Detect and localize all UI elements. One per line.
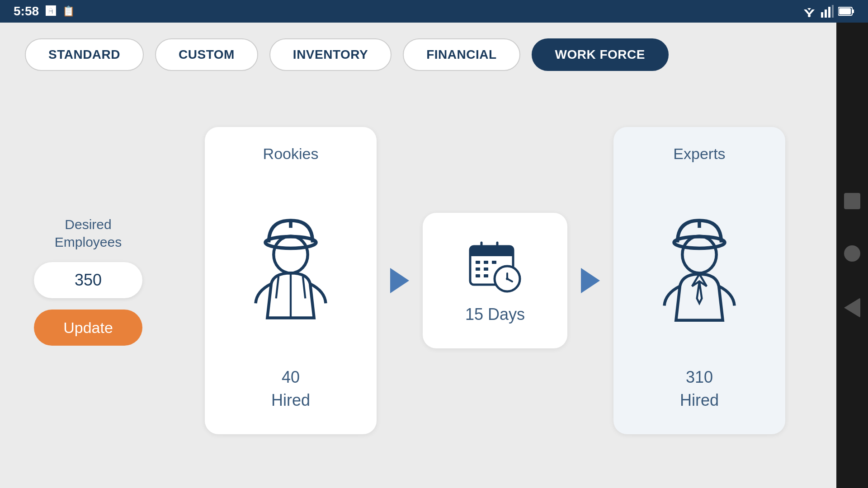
time-display: 5:58 — [14, 4, 39, 19]
left-panel: Desired Employees 350 Update — [25, 216, 151, 346]
rookies-count: 40 — [282, 368, 300, 386]
signal-icon — [821, 5, 834, 18]
svg-point-3 — [808, 14, 811, 17]
battery-icon — [838, 6, 854, 16]
experts-stats: 310 Hired — [680, 366, 719, 412]
rookies-card: Rookies — [205, 127, 377, 434]
arrow-to-experts — [581, 268, 600, 293]
rookies-hired-label: Hired — [271, 391, 310, 409]
svg-rect-5 — [825, 9, 827, 18]
svg-point-30 — [674, 237, 725, 249]
svg-point-29 — [506, 277, 509, 280]
calendar-clock-icon — [466, 237, 524, 296]
expert-worker-icon — [650, 201, 749, 328]
android-square-btn[interactable] — [844, 193, 860, 209]
experts-count: 310 — [686, 368, 713, 386]
svg-rect-16 — [470, 251, 513, 256]
main-row: Desired Employees 350 Update Rookies — [25, 91, 811, 470]
svg-rect-20 — [484, 261, 488, 264]
experts-hired-label: Hired — [680, 391, 719, 409]
svg-rect-23 — [484, 267, 488, 271]
tab-workforce[interactable]: WORK FORCE — [532, 38, 669, 71]
android-home-btn[interactable] — [844, 245, 860, 262]
days-card: 15 Days — [423, 213, 567, 348]
tab-financial[interactable]: FINANCIAL — [403, 38, 520, 71]
rookies-stats: 40 Hired — [271, 366, 310, 412]
svg-rect-4 — [821, 12, 823, 18]
content-area: STANDARD CUSTOM INVENTORY FINANCIAL WORK… — [0, 23, 836, 488]
svg-point-11 — [265, 237, 316, 249]
desired-employees-label: Desired Employees — [55, 216, 122, 251]
wifi-icon — [802, 5, 816, 18]
svg-rect-19 — [476, 261, 480, 264]
svg-rect-9 — [852, 9, 854, 13]
tab-standard[interactable]: STANDARD — [25, 38, 144, 71]
keyboard-icon: 🅰 — [46, 5, 56, 17]
svg-rect-21 — [492, 261, 496, 264]
tab-inventory[interactable]: INVENTORY — [269, 38, 392, 71]
arrow-to-days — [390, 268, 409, 293]
experts-card: Experts — [613, 127, 785, 434]
tab-bar: STANDARD CUSTOM INVENTORY FINANCIAL WORK… — [25, 38, 811, 71]
main-layout: STANDARD CUSTOM INVENTORY FINANCIAL WORK… — [0, 23, 868, 488]
svg-rect-22 — [476, 267, 480, 271]
clipboard-icon: 📋 — [62, 5, 75, 17]
svg-rect-25 — [484, 274, 488, 277]
employee-count-input[interactable]: 350 — [34, 262, 142, 298]
cards-area: Rookies — [179, 127, 811, 434]
svg-rect-10 — [839, 8, 851, 14]
experts-title: Experts — [673, 145, 725, 163]
tab-custom[interactable]: CUSTOM — [155, 38, 258, 71]
svg-point-32 — [682, 236, 716, 273]
svg-rect-6 — [828, 7, 830, 18]
employee-count-value: 350 — [75, 271, 102, 290]
rookie-worker-icon — [241, 201, 340, 328]
status-bar: 5:58 🅰 📋 — [0, 0, 868, 23]
svg-rect-24 — [476, 274, 480, 277]
rookies-title: Rookies — [263, 145, 319, 163]
android-back-btn[interactable] — [844, 298, 860, 318]
svg-rect-7 — [832, 5, 834, 18]
android-nav-sidebar — [836, 23, 868, 488]
days-label: 15 Days — [465, 305, 525, 324]
svg-point-13 — [274, 236, 307, 273]
update-button[interactable]: Update — [34, 310, 142, 346]
